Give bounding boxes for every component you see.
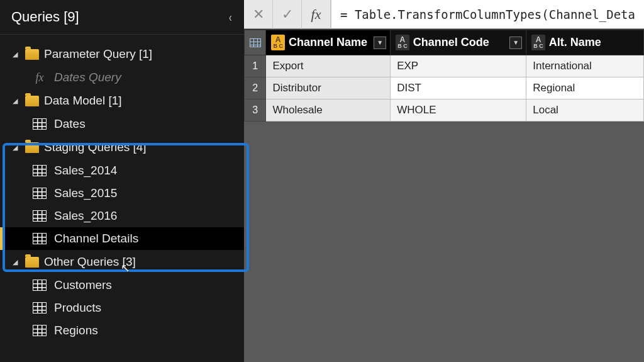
type-text-icon[interactable]: AB C xyxy=(531,35,545,50)
main-panel: ✕ ✓ fx = Table.TransformColumnTypes(Chan… xyxy=(244,0,644,362)
cell[interactable]: Export xyxy=(266,55,391,77)
query-customers[interactable]: Customers xyxy=(0,274,244,297)
table-icon xyxy=(33,188,47,199)
row-number[interactable]: 2 xyxy=(245,77,266,99)
column-header-channel-code[interactable]: AB C Channel Code ▼ xyxy=(391,30,526,55)
table-icon xyxy=(33,210,47,222)
queries-sidebar: Queries [9] ‹ ◢ Parameter Query [1] fx D… xyxy=(0,0,244,362)
sidebar-header: Queries [9] ‹ xyxy=(0,0,244,35)
cell[interactable]: Regional xyxy=(526,77,644,99)
fx-icon[interactable]: fx xyxy=(302,0,331,29)
folder-icon xyxy=(25,142,39,153)
folder-other-queries[interactable]: ◢ Other Queries [3] xyxy=(0,250,244,274)
folder-icon xyxy=(25,49,39,60)
folder-label: Other Queries [3] xyxy=(44,255,136,269)
folder-label: Parameter Query [1] xyxy=(44,47,152,61)
query-label: Customers xyxy=(54,278,112,292)
query-label: Regions xyxy=(54,324,98,337)
type-text-icon[interactable]: AB C xyxy=(271,35,285,50)
folder-parameter-query[interactable]: ◢ Parameter Query [1] xyxy=(0,42,244,66)
table-icon xyxy=(33,165,47,176)
query-label: Dates xyxy=(54,117,86,131)
cell[interactable]: Local xyxy=(526,99,644,122)
table-icon xyxy=(33,118,47,130)
query-channel-details[interactable]: Channel Details xyxy=(0,227,244,250)
query-sales-2016[interactable]: Sales_2016 xyxy=(0,205,244,227)
query-tree: ◢ Parameter Query [1] fx Dates Query ◢ D… xyxy=(0,35,244,342)
row-number[interactable]: 1 xyxy=(245,55,266,77)
query-label: Dates Query xyxy=(54,71,121,84)
cancel-button[interactable]: ✕ xyxy=(244,0,273,29)
table-icon xyxy=(33,325,47,336)
folder-icon xyxy=(25,96,39,106)
fx-icon: fx xyxy=(33,71,47,84)
formula-input[interactable]: = Table.TransformColumnTypes(Channel_Det… xyxy=(331,0,644,28)
query-regions[interactable]: Regions xyxy=(0,319,244,342)
folder-icon xyxy=(25,257,39,268)
expand-icon[interactable]: ◢ xyxy=(13,50,20,59)
column-header-alt-name[interactable]: AB C Alt. Name xyxy=(526,30,644,55)
table-row[interactable]: 3 Wholesale WHOLE Local xyxy=(245,99,644,122)
expand-icon[interactable]: ◢ xyxy=(13,97,20,105)
table-row[interactable]: 1 Export EXP International xyxy=(245,55,644,77)
collapse-icon[interactable]: ‹ xyxy=(229,10,232,25)
query-dates[interactable]: Dates xyxy=(0,113,244,135)
expand-icon[interactable]: ◢ xyxy=(13,144,20,152)
table-icon xyxy=(33,302,47,314)
column-name: Alt. Name xyxy=(549,36,640,49)
cell[interactable]: Wholesale xyxy=(266,99,391,122)
commit-button[interactable]: ✓ xyxy=(273,0,302,29)
query-sales-2015[interactable]: Sales_2015 xyxy=(0,182,244,205)
cell[interactable]: DIST xyxy=(391,77,526,99)
query-label: Products xyxy=(54,301,101,315)
cell[interactable]: Distributor xyxy=(266,77,391,99)
folder-label: Data Model [1] xyxy=(44,94,122,108)
select-all-corner[interactable] xyxy=(245,30,266,55)
column-name: Channel Code xyxy=(413,36,506,49)
data-grid: AB C Channel Name ▼ AB C Channel Code ▼ xyxy=(244,29,644,122)
column-header-channel-name[interactable]: AB C Channel Name ▼ xyxy=(266,30,391,55)
folder-label: Staging Queries [4] xyxy=(44,140,147,154)
folder-data-model[interactable]: ◢ Data Model [1] xyxy=(0,89,244,113)
type-text-icon[interactable]: AB C xyxy=(396,35,409,50)
cell[interactable]: EXP xyxy=(391,55,526,77)
column-name: Channel Name xyxy=(289,36,370,49)
query-label: Sales_2014 xyxy=(54,164,117,178)
sidebar-title: Queries [9] xyxy=(11,9,79,25)
table-icon xyxy=(33,233,47,244)
cell[interactable]: WHOLE xyxy=(391,99,526,122)
filter-dropdown-icon[interactable]: ▼ xyxy=(509,37,522,49)
query-sales-2014[interactable]: Sales_2014 xyxy=(0,159,244,182)
cell[interactable]: International xyxy=(526,55,644,77)
query-label: Sales_2016 xyxy=(54,209,117,223)
expand-icon[interactable]: ◢ xyxy=(13,258,20,266)
query-products[interactable]: Products xyxy=(0,297,244,319)
query-dates-query[interactable]: fx Dates Query xyxy=(0,66,244,89)
table-row[interactable]: 2 Distributor DIST Regional xyxy=(245,77,644,99)
filter-dropdown-icon[interactable]: ▼ xyxy=(374,37,386,49)
table-icon xyxy=(250,38,261,47)
formula-bar: ✕ ✓ fx = Table.TransformColumnTypes(Chan… xyxy=(244,0,644,29)
folder-staging-queries[interactable]: ◢ Staging Queries [4] xyxy=(0,135,244,159)
query-label: Channel Details xyxy=(54,232,138,246)
row-number[interactable]: 3 xyxy=(245,99,266,122)
query-label: Sales_2015 xyxy=(54,186,117,200)
table-icon xyxy=(33,280,47,291)
